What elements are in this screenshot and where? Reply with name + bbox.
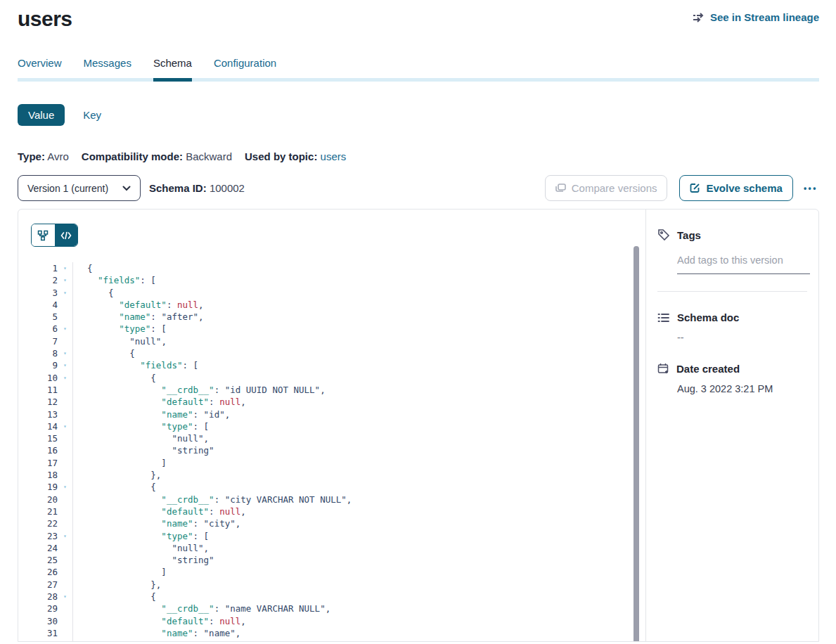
- schema-doc-section: Schema doc --: [657, 311, 807, 343]
- type-field: Type: Avro: [18, 150, 69, 162]
- code-line: 22 "name": "city",: [31, 517, 645, 529]
- compare-versions-label: Compare versions: [572, 182, 657, 194]
- code-line: 14▾ "type": [: [31, 420, 645, 432]
- fold-arrow-icon[interactable]: ▾: [58, 530, 72, 542]
- code-text: },: [72, 469, 645, 481]
- tab-configuration[interactable]: Configuration: [214, 57, 276, 78]
- code-line: 10▾ {: [31, 372, 645, 384]
- line-number: 11: [31, 384, 58, 396]
- date-created-value: Aug. 3 2022 3:21 PM: [677, 383, 807, 394]
- fold-spacer: [58, 408, 72, 420]
- fold-arrow-icon[interactable]: ▾: [58, 639, 72, 642]
- tree-view-button[interactable]: [32, 224, 55, 246]
- code-line: 1▾{: [31, 262, 645, 274]
- code-line: 13 "name": "id",: [31, 408, 645, 420]
- code-text: },: [72, 579, 645, 591]
- tree-view-icon: [37, 230, 49, 241]
- fold-arrow-icon[interactable]: ▾: [58, 274, 72, 286]
- code-line: 17 ]: [31, 457, 645, 469]
- line-number: 15: [31, 432, 58, 444]
- stream-lineage-icon: [693, 13, 705, 22]
- fold-spacer: [58, 566, 72, 578]
- code-line: 31 "name": "name",: [31, 627, 645, 639]
- code-text: "default": null,: [72, 299, 645, 311]
- version-select[interactable]: Version 1 (current): [18, 175, 141, 201]
- line-number: 25: [31, 554, 58, 566]
- schema-doc-title: Schema doc: [677, 311, 739, 323]
- line-number: 18: [31, 469, 58, 481]
- schema-meta: Type: Avro Compatibility mode: Backward …: [18, 150, 819, 162]
- line-number: 6: [31, 323, 58, 335]
- details-sidebar: Tags Schema doc --: [645, 210, 818, 641]
- used-by-topic-link[interactable]: users: [321, 150, 347, 162]
- see-in-stream-lineage-link[interactable]: See in Stream lineage: [693, 11, 819, 23]
- schema-id-value: 100002: [210, 182, 245, 194]
- code-pane: 1▾{2▾ "fields": [3▾ {4 "default": null,5…: [18, 210, 645, 641]
- fold-arrow-icon[interactable]: ▾: [58, 359, 72, 371]
- line-number: 13: [31, 408, 58, 420]
- fold-spacer: [58, 554, 72, 566]
- code-text: {: [72, 262, 645, 274]
- code-text: {: [72, 347, 645, 359]
- fold-spacer: [58, 542, 72, 554]
- fold-arrow-icon[interactable]: ▾: [58, 420, 72, 432]
- code-line: 24 "null",: [31, 542, 645, 554]
- code-view-icon: [60, 231, 72, 240]
- code-line: 21 "default": null,: [31, 505, 645, 517]
- code-text: "null",: [72, 542, 645, 554]
- code-line: 9▾ "fields": [: [31, 359, 645, 371]
- tab-overview[interactable]: Overview: [18, 57, 62, 78]
- vertical-scrollbar[interactable]: [634, 246, 639, 641]
- add-tags-input[interactable]: [677, 255, 810, 274]
- line-number: 22: [31, 517, 58, 529]
- line-number: 24: [31, 542, 58, 554]
- code-line: 25 "string": [31, 554, 645, 566]
- fold-arrow-icon[interactable]: ▾: [58, 287, 72, 299]
- schema-id-field: Schema ID: 100002: [149, 182, 245, 194]
- code-text: "default": null,: [72, 505, 645, 517]
- tab-schema[interactable]: Schema: [153, 57, 192, 78]
- key-tab-button[interactable]: Key: [83, 109, 101, 121]
- tags-title: Tags: [677, 229, 701, 241]
- line-number: 16: [31, 444, 58, 456]
- compat-label: Compatibility mode:: [82, 150, 183, 162]
- fold-spacer: [58, 335, 72, 347]
- code-view-button[interactable]: [55, 224, 78, 246]
- code-text: "default": null,: [72, 615, 645, 627]
- code-text: {: [72, 591, 645, 603]
- evolve-schema-label: Evolve schema: [706, 182, 782, 194]
- code-text: "null",: [72, 335, 645, 347]
- schema-id-label: Schema ID:: [149, 182, 207, 194]
- line-number: 28: [31, 591, 58, 603]
- code-line: 2▾ "fields": [: [31, 274, 645, 286]
- code-line: 8▾ {: [31, 347, 645, 359]
- code-line: 3▾ {: [31, 287, 645, 299]
- fold-arrow-icon[interactable]: ▾: [58, 323, 72, 335]
- code-text: ]: [72, 566, 645, 578]
- compare-versions-button[interactable]: Compare versions: [545, 175, 668, 201]
- tab-messages[interactable]: Messages: [84, 57, 131, 78]
- line-number: 7: [31, 335, 58, 347]
- value-tab-button[interactable]: Value: [18, 104, 65, 126]
- fold-arrow-icon[interactable]: ▾: [58, 591, 72, 603]
- edit-icon: [690, 183, 700, 193]
- version-selected-value: Version 1 (current): [27, 183, 108, 194]
- code-text: {: [72, 287, 645, 299]
- fold-arrow-icon[interactable]: ▾: [58, 347, 72, 359]
- code-text: "type": [: [72, 323, 645, 335]
- line-number: 9: [31, 359, 58, 371]
- page-title: users: [18, 7, 72, 31]
- code-line: 11 "__crdb__": "id UUID NOT NULL",: [31, 384, 645, 396]
- fold-arrow-icon[interactable]: ▾: [58, 481, 72, 493]
- fold-arrow-icon[interactable]: ▾: [58, 262, 72, 274]
- line-number: 26: [31, 566, 58, 578]
- type-label: Type:: [18, 150, 45, 162]
- more-actions-button[interactable]: •••: [802, 181, 819, 196]
- line-number: 17: [31, 457, 58, 469]
- evolve-schema-button[interactable]: Evolve schema: [679, 175, 792, 201]
- code-line: 18 },: [31, 469, 645, 481]
- fold-spacer: [58, 469, 72, 481]
- fold-arrow-icon[interactable]: ▾: [58, 372, 72, 384]
- line-number: 2: [31, 274, 58, 286]
- calendar-plus-icon: [657, 363, 669, 375]
